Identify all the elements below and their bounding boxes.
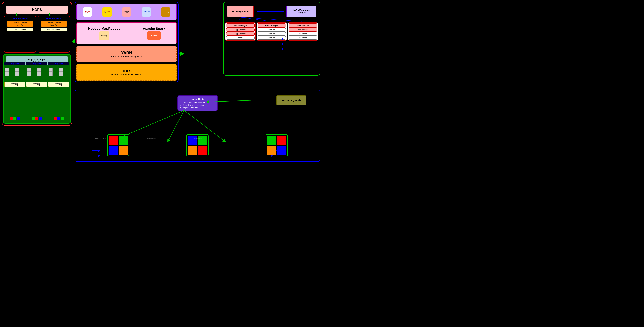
- block-red-2: [198, 146, 207, 155]
- spark-section: Apache Spark ★ Spark: [143, 27, 165, 40]
- map-task-3: Map TaskK-1, V-1: [48, 82, 70, 87]
- name-node-item-3: Replica Information: [183, 106, 215, 109]
- map-node-grid-2: [26, 67, 48, 77]
- app-manager-3: App Manager: [289, 28, 317, 32]
- shuffle-sort-1: Shuffle and Sort: [7, 28, 33, 31]
- hdfs-label: HDFS: [32, 8, 42, 12]
- mr-section: Hadoop MapReduce hadoop: [88, 27, 120, 40]
- name-node-box: Name Node File Name & Permissions Block …: [178, 95, 218, 111]
- block-red-1: [108, 136, 118, 145]
- block-orange-3: [267, 146, 276, 155]
- block-blue-2: [188, 136, 197, 145]
- mini-sq: [15, 68, 19, 72]
- hadoop-icon: hadoop: [99, 31, 109, 40]
- reduce-function-1: Reduce FunctionK-3, V-3: [7, 21, 33, 27]
- color-green-1: [14, 117, 16, 120]
- mr-title: Hadoop MapReduce: [88, 27, 120, 31]
- secondary-node-box: Secondary Node: [276, 95, 306, 105]
- data-node-1-content: Node Manager App Manager App Manager Con…: [225, 23, 256, 41]
- map-node-label-3: Map Node: [48, 62, 70, 65]
- color-block-3: [48, 116, 70, 121]
- mini-sq: [27, 72, 31, 76]
- data-node-2: Data Node Node Manager Container Contain…: [256, 20, 287, 41]
- color-blue-1: [17, 117, 20, 120]
- tools-row: APACHEHBASE 🐝 HIVE ApachePig MAHOUT HCat…: [76, 4, 177, 20]
- map-task-boxes: Map TaskK-1, V-1 Map TaskK-1, V-1 Map Ta…: [4, 82, 70, 87]
- map-node-grid-1: [4, 67, 26, 77]
- map-node-label-2: Map Node: [26, 62, 48, 65]
- hive-icon: 🐝 HIVE: [102, 8, 112, 17]
- block-green-2: [198, 136, 207, 145]
- yarn-rm-label: YARN(ResourceManager): [293, 9, 310, 14]
- name-node-title: Name Node: [180, 98, 215, 101]
- hcatalog-logo: HCatalog: [161, 8, 170, 17]
- block-green-3: [267, 136, 276, 145]
- hdfs-center-subtitle: Hadoop Distributed File System: [111, 73, 142, 76]
- hbase-logo: APACHEHBASE: [83, 8, 92, 17]
- color-block-2: [26, 116, 48, 121]
- color-green-3: [61, 117, 64, 120]
- color-red-1: [10, 117, 13, 120]
- primary-node-box: Primary Node: [227, 6, 254, 17]
- yarn-rm-box: YARN(ResourceManager): [286, 6, 316, 17]
- data-node-2-label: Data Node: [267, 20, 276, 22]
- data-block-group-3: [266, 134, 288, 156]
- map-node-label-1: Map Node: [4, 62, 26, 65]
- left-mapreduce-panel: HDFS Reduce Node Reduce FunctionK-3, V-3…: [2, 2, 72, 126]
- reduce-node-2-title: Reduce Node: [46, 17, 61, 20]
- color-blue-2: [39, 117, 42, 120]
- mini-sq: [49, 72, 53, 76]
- block-blue-1: [108, 146, 118, 155]
- mini-sq: [27, 68, 31, 72]
- block-red-3: [277, 136, 286, 145]
- block-green-1: [118, 136, 128, 145]
- data-node-3: Data Node Node Manager App Manager Conta…: [288, 20, 318, 41]
- container-2c: Container: [258, 36, 286, 40]
- container-2a: Container: [258, 28, 286, 32]
- block-orange-1: [118, 146, 128, 155]
- block-label-2: DataNode 2: [146, 137, 156, 140]
- hdfs-architecture-panel: Name Node File Name & Permissions Block …: [75, 90, 320, 162]
- primary-node-label: Primary Node: [232, 10, 248, 13]
- arrowhead-up-2: [49, 13, 50, 14]
- map-task-2: Map TaskK-1, V-1: [26, 82, 48, 87]
- color-red-3: [54, 117, 57, 120]
- block-label-1: DataNode 1: [95, 137, 106, 140]
- spark-icon: ★ Spark: [147, 31, 161, 40]
- yarn-architecture-panel: Primary Node YARN(ResourceManager) Data …: [223, 2, 320, 76]
- arrowhead-up-1: [16, 13, 18, 14]
- color-block-1: [4, 116, 26, 121]
- spark-title: Apache Spark: [143, 27, 165, 31]
- container-3b: Container: [289, 36, 317, 40]
- map-node-labels: Map Node Map Node Map Node: [4, 62, 70, 65]
- data-node-2-content: Node Manager Container Container Contain…: [256, 23, 287, 41]
- mini-sq: [59, 72, 63, 76]
- map-task-1: Map TaskK-1, V-1: [4, 82, 26, 87]
- color-blocks-row: [4, 116, 70, 121]
- map-node-grid-3: [48, 67, 70, 77]
- pig-icon: ApachePig: [122, 8, 131, 17]
- mini-sq: [15, 72, 19, 76]
- mini-sq: [37, 68, 41, 72]
- pig-logo: ApachePig: [122, 8, 131, 17]
- name-node-items: File Name & Permissions Block IDs and Lo…: [180, 102, 215, 109]
- yarn-section: YARN Yet Another Resource Negotiator: [76, 46, 177, 62]
- container-2b: Container: [258, 32, 286, 36]
- hcatalog-icon: HCatalog: [161, 8, 170, 17]
- data-node-1-label: Data Node: [236, 20, 245, 22]
- data-nodes-section: Data Node Node Manager App Manager App M…: [225, 20, 318, 41]
- reduce-section: Reduce Node Reduce FunctionK-3, V-3 Shuf…: [4, 16, 70, 53]
- block-orange-2: [188, 146, 197, 155]
- color-red-2: [36, 117, 38, 120]
- node-manager-1: Node Manager: [226, 24, 254, 28]
- mr-spark-section: Hadoop MapReduce hadoop Apache Spark ★ S…: [76, 22, 177, 44]
- mini-sq: [49, 68, 53, 72]
- mini-sq: [59, 68, 63, 72]
- hbase-icon: APACHEHBASE: [83, 8, 92, 17]
- color-green-2: [32, 117, 35, 120]
- name-node-item-2: Block IDs and Locations: [183, 104, 215, 106]
- reduce-node-1: Reduce Node Reduce FunctionK-3, V-3 Shuf…: [4, 16, 36, 53]
- hadoop-ecosystem-panel: APACHEHBASE 🐝 HIVE ApachePig MAHOUT HCat…: [75, 2, 178, 82]
- data-node-3-label: Data Node: [298, 20, 308, 22]
- app-manager-1b: App Manager: [226, 32, 254, 36]
